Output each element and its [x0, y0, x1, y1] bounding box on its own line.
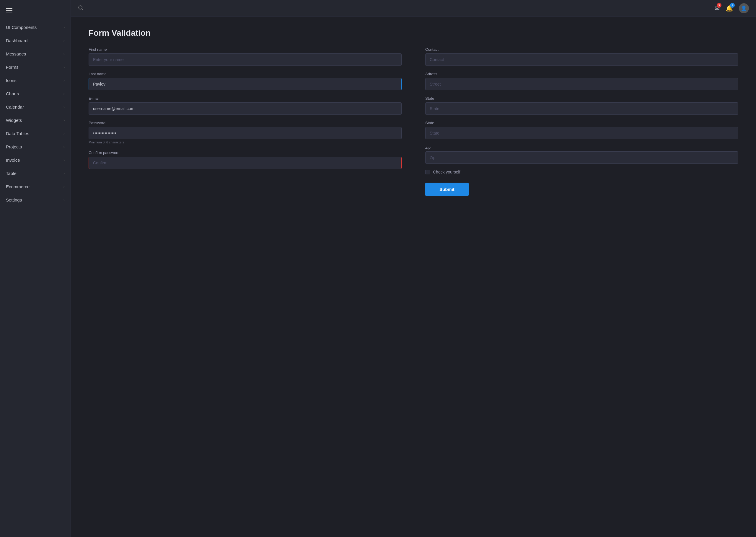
header-actions: ✉ 3 🔔 1 👤	[715, 3, 749, 13]
search-bar[interactable]	[78, 5, 710, 12]
password-label: Password	[89, 121, 402, 125]
hamburger-menu[interactable]	[0, 5, 70, 21]
sidebar-item-icons[interactable]: Icons ›	[0, 74, 70, 87]
sidebar-item-label: Messages	[6, 51, 26, 56]
chevron-right-icon: ›	[64, 105, 65, 109]
email-label: E-mail	[89, 96, 402, 101]
chevron-right-icon: ›	[64, 78, 65, 83]
sidebar-item-invoice[interactable]: Invoice ›	[0, 153, 70, 167]
first-name-group: First name	[89, 47, 402, 66]
chevron-right-icon: ›	[64, 92, 65, 96]
avatar[interactable]: 👤	[739, 3, 749, 13]
state2-group: State	[425, 121, 738, 139]
confirm-password-label: Confirm password	[89, 150, 402, 155]
search-icon	[78, 5, 83, 12]
contact-input[interactable]	[425, 54, 738, 66]
check-yourself-checkbox[interactable]	[425, 170, 430, 174]
address-input[interactable]	[425, 78, 738, 90]
sidebar-item-label: Invoice	[6, 157, 20, 163]
sidebar-item-label: Projects	[6, 144, 22, 149]
zip-label: Zip	[425, 145, 738, 149]
sidebar-item-dashboard[interactable]: Dashboard ›	[0, 34, 70, 47]
sidebar-item-messages[interactable]: Messages ›	[0, 47, 70, 61]
form: First name Last name E-mail Password Min…	[89, 47, 738, 196]
sidebar-item-label: Dashboard	[6, 38, 27, 43]
address-group: Adress	[425, 72, 738, 90]
notification-button[interactable]: 🔔 1	[726, 5, 733, 12]
chevron-right-icon: ›	[64, 39, 65, 43]
chevron-right-icon: ›	[64, 198, 65, 202]
sidebar-item-label: Table	[6, 171, 17, 176]
confirm-password-input[interactable]	[89, 157, 402, 169]
sidebar-item-label: Charts	[6, 91, 19, 96]
last-name-group: Last name	[89, 72, 402, 90]
sidebar-item-label: Icons	[6, 78, 17, 83]
submit-button[interactable]: Submit	[425, 183, 469, 196]
email-group: E-mail	[89, 96, 402, 115]
check-yourself-label: Check yourself	[433, 170, 461, 174]
chevron-right-icon: ›	[64, 185, 65, 189]
zip-group: Zip	[425, 145, 738, 164]
sidebar-item-label: Widgets	[6, 118, 22, 123]
sidebar-item-ui-components[interactable]: UI Components ›	[0, 21, 70, 34]
sidebar-item-forms[interactable]: Forms ›	[0, 61, 70, 74]
sidebar-item-charts[interactable]: Charts ›	[0, 87, 70, 100]
sidebar-item-settings[interactable]: Settings ›	[0, 193, 70, 207]
mail-badge: 3	[717, 3, 722, 8]
sidebar-item-label: Forms	[6, 64, 19, 70]
chevron-right-icon: ›	[64, 25, 65, 29]
contact-label: Contact	[425, 47, 738, 52]
state1-group: State	[425, 96, 738, 115]
sidebar-item-label: Settings	[6, 197, 22, 202]
last-name-input[interactable]	[89, 78, 402, 90]
svg-line-1	[81, 9, 82, 10]
confirm-password-group: Confirm password	[89, 150, 402, 169]
chevron-right-icon: ›	[64, 171, 65, 176]
chevron-right-icon: ›	[64, 158, 65, 162]
state2-label: State	[425, 121, 738, 125]
password-group: Password Minimum of 6 characters	[89, 121, 402, 145]
first-name-input[interactable]	[89, 54, 402, 66]
check-yourself-row: Check yourself	[425, 170, 738, 174]
email-input[interactable]	[89, 103, 402, 115]
last-name-label: Last name	[89, 72, 402, 76]
state1-label: State	[425, 96, 738, 101]
main-content: Form Validation First name Last name E-m…	[71, 17, 756, 537]
submit-area: Submit	[425, 183, 738, 196]
notif-badge: 1	[730, 3, 735, 8]
sidebar-item-label: Data Tables	[6, 131, 29, 136]
address-label: Adress	[425, 72, 738, 76]
sidebar-item-table[interactable]: Table ›	[0, 167, 70, 180]
state1-input[interactable]	[425, 103, 738, 115]
mail-button[interactable]: ✉ 3	[715, 5, 720, 12]
sidebar: UI Components › Dashboard › Messages › F…	[0, 0, 71, 537]
chevron-right-icon: ›	[64, 52, 65, 56]
sidebar-item-label: Calendar	[6, 104, 24, 109]
chevron-right-icon: ›	[64, 65, 65, 69]
contact-group: Contact	[425, 47, 738, 66]
sidebar-item-label: Ecommerce	[6, 184, 29, 189]
form-right-col: Contact Adress State State Zip	[425, 47, 738, 196]
sidebar-item-label: UI Components	[6, 25, 37, 30]
header: ✉ 3 🔔 1 👤	[71, 0, 756, 17]
sidebar-item-ecommerce[interactable]: Ecommerce ›	[0, 180, 70, 193]
password-hint: Minimum of 6 characters	[89, 141, 124, 144]
chevron-right-icon: ›	[64, 132, 65, 136]
state2-input[interactable]	[425, 127, 738, 139]
sidebar-item-widgets[interactable]: Widgets ›	[0, 114, 70, 127]
sidebar-item-data-tables[interactable]: Data Tables ›	[0, 127, 70, 140]
page-title: Form Validation	[89, 28, 738, 38]
main-wrapper: ✉ 3 🔔 1 👤 Form Validation First name Las…	[71, 0, 756, 537]
sidebar-item-projects[interactable]: Projects ›	[0, 140, 70, 153]
sidebar-item-calendar[interactable]: Calendar ›	[0, 100, 70, 114]
chevron-right-icon: ›	[64, 118, 65, 122]
password-input[interactable]	[89, 127, 402, 139]
zip-input[interactable]	[425, 151, 738, 164]
form-left-col: First name Last name E-mail Password Min…	[89, 47, 402, 196]
first-name-label: First name	[89, 47, 402, 52]
chevron-right-icon: ›	[64, 145, 65, 149]
